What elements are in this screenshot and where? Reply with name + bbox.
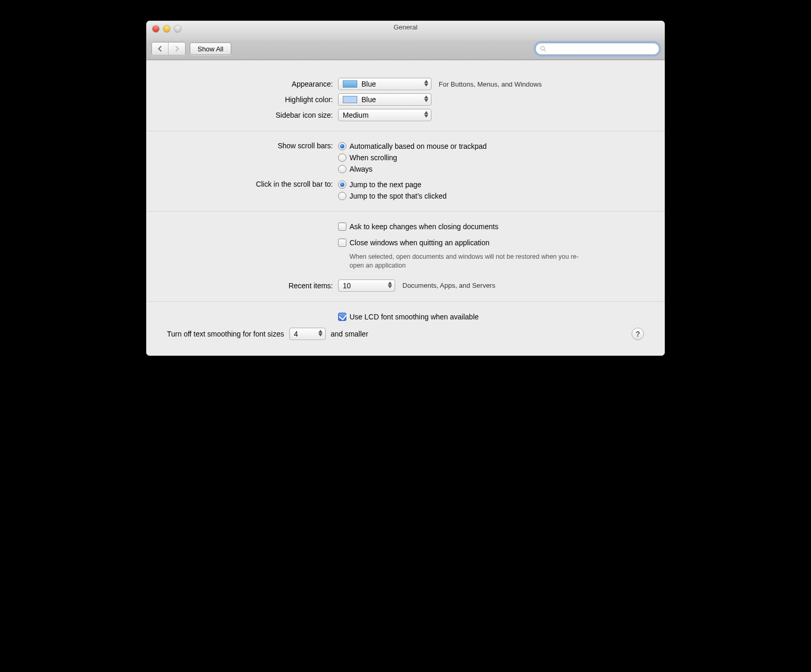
- close-windows-checkbox[interactable]: Close windows when quitting an applicati…: [338, 239, 490, 247]
- radio-icon: [338, 142, 346, 150]
- search-field[interactable]: [535, 43, 660, 55]
- checkbox-label: Use LCD font smoothing when available: [349, 313, 479, 321]
- highlight-swatch-icon: [343, 96, 357, 103]
- svg-line-1: [544, 50, 546, 51]
- checkbox-label: Close windows when quitting an applicati…: [349, 239, 490, 247]
- recent-items-label: Recent items:: [167, 282, 338, 290]
- recent-items-popup[interactable]: 10: [338, 279, 395, 292]
- close-windows-description: When selected, open documents and window…: [349, 253, 588, 270]
- radio-icon: [338, 153, 346, 162]
- click-option-next-page[interactable]: Jump to the next page: [338, 180, 422, 189]
- divider: [146, 301, 665, 302]
- help-button[interactable]: ?: [632, 328, 644, 340]
- radio-label: When scrolling: [349, 153, 397, 162]
- smoothing-size-popup[interactable]: 4: [289, 328, 326, 340]
- nav-segment: [151, 42, 186, 55]
- stepper-arrows-icon: [388, 282, 392, 288]
- scroll-option-always[interactable]: Always: [338, 165, 372, 173]
- content-pane: Appearance: Blue For Buttons, Menus, and…: [146, 60, 665, 356]
- chevron-right-icon: [174, 46, 179, 52]
- checkbox-icon: [338, 222, 346, 231]
- titlebar: General Show All: [146, 21, 665, 60]
- lcd-smoothing-checkbox[interactable]: Use LCD font smoothing when available: [338, 313, 479, 321]
- radio-label: Always: [349, 165, 372, 173]
- forward-button[interactable]: [169, 43, 185, 55]
- appearance-label: Appearance:: [167, 80, 338, 88]
- back-button[interactable]: [152, 43, 169, 55]
- highlight-value: Blue: [361, 95, 376, 104]
- appearance-hint: For Buttons, Menus, and Windows: [439, 80, 542, 88]
- radio-icon: [338, 192, 346, 200]
- help-icon: ?: [636, 330, 640, 338]
- divider: [146, 211, 665, 212]
- sidebar-size-popup[interactable]: Medium: [338, 109, 431, 121]
- radio-icon: [338, 180, 346, 189]
- recent-items-value: 10: [343, 282, 351, 290]
- chevron-left-icon: [158, 46, 163, 52]
- stepper-arrows-icon: [424, 111, 428, 118]
- radio-label: Automatically based on mouse or trackpad: [349, 142, 487, 150]
- ask-keep-changes-checkbox[interactable]: Ask to keep changes when closing documen…: [338, 222, 498, 231]
- divider: [146, 131, 665, 131]
- appearance-value: Blue: [361, 80, 376, 88]
- smoothing-size-value: 4: [294, 330, 298, 338]
- smoothing-prefix: Turn off text smoothing for font sizes: [167, 330, 284, 338]
- checkbox-label: Ask to keep changes when closing documen…: [349, 222, 498, 231]
- search-input[interactable]: [550, 45, 655, 53]
- highlight-label: Highlight color:: [167, 95, 338, 104]
- radio-icon: [338, 165, 346, 173]
- checkbox-icon: [338, 313, 346, 321]
- search-icon: [540, 46, 547, 52]
- highlight-popup[interactable]: Blue: [338, 93, 431, 106]
- appearance-popup[interactable]: Blue: [338, 78, 431, 90]
- appearance-swatch-icon: [343, 80, 357, 88]
- click-option-jump-spot[interactable]: Jump to the spot that’s clicked: [338, 192, 446, 200]
- show-all-label: Show All: [198, 45, 223, 53]
- stepper-arrows-icon: [318, 330, 323, 337]
- scroll-option-when-scrolling[interactable]: When scrolling: [338, 153, 397, 162]
- scroll-option-auto[interactable]: Automatically based on mouse or trackpad: [338, 142, 487, 150]
- stepper-arrows-icon: [424, 80, 428, 87]
- recent-items-hint: Documents, Apps, and Servers: [402, 282, 495, 289]
- show-all-button[interactable]: Show All: [190, 43, 231, 55]
- radio-label: Jump to the spot that’s clicked: [349, 192, 446, 200]
- click-scroll-label: Click in the scroll bar to:: [167, 179, 338, 188]
- checkbox-icon: [338, 239, 346, 247]
- stepper-arrows-icon: [424, 95, 428, 102]
- svg-point-0: [541, 46, 544, 50]
- preferences-window: General Show All: [146, 21, 665, 356]
- sidebar-size-value: Medium: [343, 111, 369, 119]
- scrollbars-label: Show scroll bars:: [167, 141, 338, 150]
- sidebar-label: Sidebar icon size:: [167, 111, 338, 119]
- window-title: General: [146, 23, 665, 31]
- radio-label: Jump to the next page: [349, 180, 422, 189]
- toolbar: Show All: [151, 42, 660, 55]
- smoothing-suffix: and smaller: [331, 330, 368, 338]
